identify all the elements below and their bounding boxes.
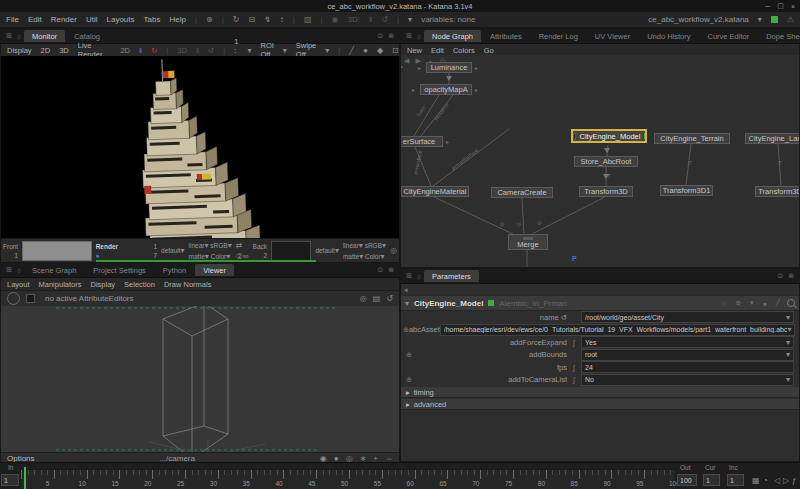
panel-close-icon[interactable]: ⊗	[388, 266, 394, 274]
panel-menu-icon[interactable]: ○	[417, 273, 421, 280]
clock-icon[interactable]: ◔	[763, 476, 768, 485]
panel-close-icon[interactable]: ⊗	[788, 272, 794, 280]
node-cityengine-model[interactable]: CityEngine_Model	[571, 129, 647, 143]
out-field[interactable]: 100	[677, 474, 697, 486]
roi-chevron-icon[interactable]: ▾	[283, 46, 287, 55]
panel-corner-icon[interactable]: ⊙	[777, 272, 783, 280]
panel-grip-icon[interactable]: ⊞	[406, 272, 412, 280]
playhead[interactable]	[24, 467, 26, 489]
gear-icon[interactable]: ⊛	[206, 15, 213, 24]
step-back-icon[interactable]: ◁	[774, 476, 780, 485]
wave-icon[interactable]: ▾	[750, 299, 754, 307]
monitor-viewport[interactable]	[1, 56, 399, 238]
variables-selector[interactable]: variables: none	[421, 15, 475, 24]
edit-icon[interactable]: ╱	[776, 299, 780, 307]
panel-grip-icon[interactable]: ⊞	[406, 32, 412, 40]
node-cityenginematerial[interactable]: CityEngineMaterial	[401, 186, 469, 197]
node-cityengine-terrain[interactable]: CityEngine_Terrain	[654, 133, 730, 144]
viewer-menu-selection[interactable]: Selection	[124, 280, 155, 289]
param-value-addbounds[interactable]: root▾	[581, 349, 794, 361]
reset-icon[interactable]: ↺	[386, 294, 393, 303]
pause-2d-icon[interactable]: ‖	[139, 46, 142, 55]
curve-icon[interactable]: ʃ	[567, 375, 581, 384]
node-cameracreate[interactable]: CameraCreate	[491, 187, 553, 198]
menu-render[interactable]: Render	[51, 15, 77, 24]
node-transform3d[interactable]: Transform3D	[579, 186, 633, 197]
node-ersurface[interactable]: erSurface	[401, 136, 443, 147]
node-opacitymapa[interactable]: opacityMapA	[420, 84, 472, 95]
render-icon[interactable]: ▨	[304, 15, 312, 24]
menu-edit[interactable]: Edit	[28, 15, 42, 24]
tab-undo-history[interactable]: Undo History	[639, 30, 698, 42]
panel-close-icon[interactable]: ⊗	[388, 32, 394, 40]
node-merge[interactable]: Merge	[508, 234, 548, 250]
panel-grip-icon[interactable]: ⊞	[6, 32, 12, 40]
viewer-menu-draw-normals[interactable]: Draw Normals	[164, 280, 212, 289]
project-file-selector[interactable]: ce_abc_workflow_v2.katana	[648, 15, 749, 24]
refresh-icon[interactable]: ↻	[233, 15, 240, 24]
ring-icon[interactable]: ◎	[390, 246, 397, 255]
tab-scene-graph[interactable]: Scene Graph	[24, 264, 84, 276]
expand-icon[interactable]: ⊕	[403, 376, 415, 384]
viewer-menu-layout[interactable]: Layout	[7, 280, 30, 289]
warning-icon[interactable]: ⚠	[787, 15, 794, 24]
front-colorspace[interactable]: default▾	[161, 246, 185, 255]
tab-curve-editor[interactable]: Curve Editor	[700, 30, 758, 42]
tab-render-log[interactable]: Render Log	[531, 30, 586, 42]
menu-help[interactable]: Help	[169, 15, 185, 24]
tab-parameters[interactable]: Parameters	[424, 270, 479, 282]
expand-icon[interactable]: ⊕	[403, 351, 415, 359]
back-colorspace[interactable]: default▾	[315, 246, 339, 255]
group-advanced[interactable]: ▸advanced	[401, 399, 799, 410]
menu-tabs[interactable]: Tabs	[144, 15, 161, 24]
param-value-name[interactable]: /root/world/geo/asset/City▾	[581, 311, 794, 323]
maximize-button[interactable]: ▢	[777, 2, 784, 10]
pin-icon[interactable]: ○	[722, 300, 726, 307]
menu-file[interactable]: File	[6, 15, 19, 24]
viewer-menu-manipulators[interactable]: Manipulators	[39, 280, 82, 289]
front-transfer[interactable]: linear▾ sRGB▾	[189, 241, 232, 250]
panel-corner-icon[interactable]: ⊙	[377, 266, 383, 274]
swap-buffers-icon[interactable]: ⇄	[236, 241, 249, 250]
back-matte[interactable]: matte▾ Color▾	[343, 252, 386, 261]
viewer-menu-display[interactable]: Display	[90, 280, 115, 289]
collapse-left-icon[interactable]: ◂	[404, 286, 408, 294]
node-store-abcroot[interactable]: Store_AbcRoot	[574, 156, 638, 167]
tab-attributes[interactable]: Attributes	[482, 30, 530, 42]
node-transform3d2[interactable]: Transform3D	[755, 186, 799, 197]
fcurve-icon[interactable]: ƒ	[792, 476, 796, 485]
project-chevron-icon[interactable]: ▾	[758, 15, 762, 24]
tab-node-graph[interactable]: Node Graph	[424, 30, 481, 42]
dot-icon[interactable]: ●	[363, 46, 368, 55]
inc-field[interactable]: 1	[727, 474, 744, 486]
cur-field[interactable]: 1	[703, 474, 720, 486]
param-value-abcasset[interactable]: /home/shaegler/esri/dev/ews/ce/0_Tutoria…	[440, 324, 796, 336]
param-value-addforceexpand[interactable]: Yes▾	[581, 336, 794, 348]
node-transform3d1[interactable]: Transform3D1	[660, 185, 713, 196]
node-view-flag[interactable]	[644, 133, 645, 139]
ng-menu-go[interactable]: Go	[484, 46, 494, 55]
frame-icon[interactable]: ⊡	[392, 46, 399, 55]
chevron-down-icon[interactable]: ▾	[408, 15, 412, 24]
node-luminance[interactable]: Luminance	[426, 62, 472, 73]
front-thumbnail[interactable]	[22, 241, 92, 261]
curve-icon[interactable]: ʃ	[567, 363, 581, 372]
swipe-chevron-icon[interactable]: ▾	[325, 46, 329, 55]
box-icon[interactable]: ⊟	[248, 15, 255, 24]
tab-dope-sheet[interactable]: Dope Sheet	[758, 30, 800, 42]
dot-icon[interactable]: ●	[763, 300, 767, 307]
viewer-viewport[interactable]	[1, 306, 399, 452]
target-icon[interactable]: ⊕	[735, 299, 741, 307]
attribute-editor-checkbox[interactable]	[26, 294, 35, 303]
parameter-node-header[interactable]: ▾ CityEngine_Model Alembic_In_Prman ○ ⊕ …	[401, 295, 799, 311]
diamond-icon[interactable]: ◆	[377, 46, 383, 55]
tab-monitor[interactable]: Monitor	[24, 30, 65, 42]
menu-layouts[interactable]: Layouts	[107, 15, 135, 24]
grid-icon[interactable]: ▦	[752, 476, 760, 485]
monitor-menu-display[interactable]: Display	[7, 46, 32, 55]
menu-util[interactable]: Util	[86, 15, 98, 24]
minimize-button[interactable]: ─	[765, 3, 770, 10]
step-forward-icon[interactable]: ▷	[783, 476, 789, 485]
back-transfer[interactable]: linear▾ sRGB▾	[343, 241, 386, 250]
close-button[interactable]: ×	[791, 3, 795, 10]
